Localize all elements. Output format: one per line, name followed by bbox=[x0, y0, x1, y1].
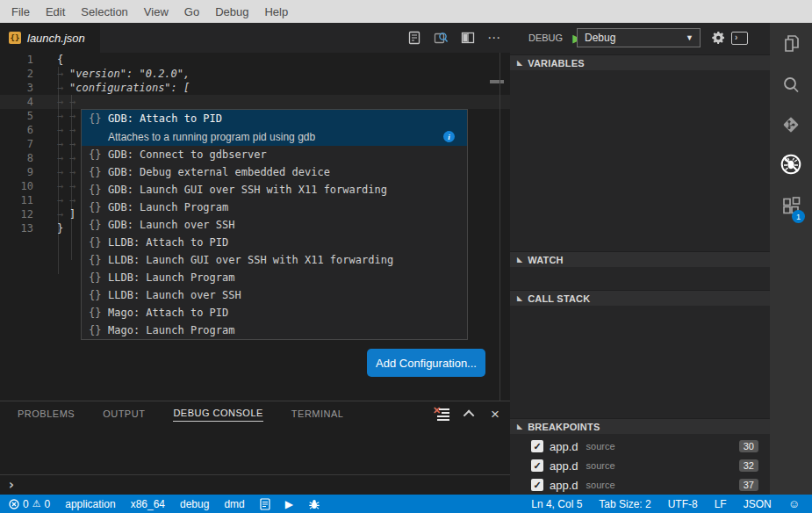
breakpoint-checkbox[interactable]: ✓ bbox=[531, 440, 543, 452]
line-number[interactable]: 9 bbox=[0, 165, 33, 179]
breakpoint-row[interactable]: ✓ app.d source 32 bbox=[510, 456, 770, 475]
encoding-status[interactable]: UTF-8 bbox=[668, 498, 698, 510]
extensions-icon[interactable]: 1 bbox=[770, 186, 812, 225]
line-number[interactable]: 11 bbox=[0, 193, 33, 207]
tab-whitespace-icon: → bbox=[69, 137, 82, 151]
workspace-status[interactable]: application bbox=[65, 498, 115, 510]
editor-line[interactable]: 1 { bbox=[0, 53, 510, 67]
document-icon[interactable] bbox=[260, 498, 270, 510]
build-type-status[interactable]: debug bbox=[180, 498, 209, 510]
tab-whitespace-icon: → bbox=[57, 151, 69, 165]
breakpoint-checkbox[interactable]: ✓ bbox=[531, 479, 543, 491]
eol-status[interactable]: LF bbox=[715, 498, 727, 510]
tab-whitespace-icon: → bbox=[57, 123, 69, 137]
panel-tab-output[interactable]: OUTPUT bbox=[103, 408, 145, 422]
line-number[interactable]: 3 bbox=[0, 81, 33, 95]
tab-whitespace-icon: → bbox=[69, 179, 82, 193]
panel-tab-debug-console[interactable]: DEBUG CONSOLE bbox=[173, 408, 262, 422]
run-icon[interactable]: ▶ bbox=[285, 498, 293, 510]
breakpoint-row[interactable]: ✓ app.d source 37 bbox=[510, 475, 770, 495]
feedback-smiley-icon[interactable]: ☺ bbox=[788, 497, 800, 510]
menu-debug[interactable]: Debug bbox=[207, 3, 256, 21]
suggest-item[interactable]: {}LLDB: Launch over SSH bbox=[82, 286, 467, 304]
open-preview-icon[interactable] bbox=[434, 31, 449, 45]
suggest-item[interactable]: {}Mago: Launch Program bbox=[82, 322, 467, 339]
editor-tab-bar: {} launch.json ⋯ bbox=[0, 23, 510, 53]
snippet-braces-icon: {} bbox=[89, 236, 108, 249]
explorer-icon[interactable] bbox=[770, 25, 812, 63]
debug-console-icon[interactable]: › bbox=[731, 32, 748, 45]
menu-view[interactable]: View bbox=[136, 3, 176, 21]
editor-line-current[interactable]: 4 →→ bbox=[0, 95, 510, 109]
suggest-item[interactable]: {}GDB: Debug external embedded device bbox=[82, 163, 467, 181]
breakpoint-checkbox[interactable]: ✓ bbox=[531, 459, 543, 472]
section-watch[interactable]: ◣ WATCH bbox=[510, 251, 770, 267]
debug-icon-active[interactable] bbox=[770, 145, 812, 184]
line-number[interactable]: 4 bbox=[0, 95, 33, 109]
menu-file[interactable]: File bbox=[4, 3, 38, 21]
suggest-item[interactable]: {}Mago: Attach to PID bbox=[82, 304, 467, 322]
search-icon[interactable] bbox=[770, 66, 812, 105]
line-number[interactable]: 2 bbox=[0, 67, 33, 81]
menu-selection[interactable]: Selection bbox=[73, 3, 135, 21]
arch-status[interactable]: x86_64 bbox=[131, 498, 165, 510]
editor-line[interactable]: 2 →"version": "0.2.0", bbox=[0, 67, 510, 81]
debug-configuration-select[interactable]: Debug ▼ bbox=[577, 28, 701, 47]
console-input-prompt[interactable]: › bbox=[7, 477, 16, 493]
close-panel-icon[interactable]: × bbox=[491, 408, 499, 420]
indentation-status[interactable]: Tab Size: 2 bbox=[599, 498, 650, 510]
tab-whitespace-icon: → bbox=[57, 179, 69, 193]
more-actions-icon[interactable]: ⋯ bbox=[487, 33, 501, 42]
suggest-item[interactable]: {}GDB: Launch over SSH bbox=[82, 216, 467, 234]
clear-console-icon[interactable]: ✕ bbox=[435, 408, 449, 420]
language-mode-status[interactable]: JSON bbox=[744, 498, 772, 510]
suggest-item[interactable]: {}LLDB: Attach to PID bbox=[82, 234, 467, 251]
debug-sidebar: DEBUG ▶ Debug ▼ › ◣ VARIABLES ◣ WATCH ◣ … bbox=[510, 23, 770, 495]
line-number[interactable]: 10 bbox=[0, 179, 33, 193]
cursor-position-status[interactable]: Ln 4, Col 5 bbox=[531, 498, 582, 510]
tab-whitespace-icon: → bbox=[69, 165, 82, 179]
section-breakpoints[interactable]: ◣ BREAKPOINTS bbox=[510, 418, 770, 434]
suggest-item[interactable]: {}GDB: Connect to gdbserver bbox=[82, 146, 467, 163]
compiler-status[interactable]: dmd bbox=[224, 498, 244, 510]
line-number[interactable]: 6 bbox=[0, 123, 33, 137]
info-icon[interactable]: i bbox=[443, 131, 455, 142]
snippet-braces-icon: {} bbox=[89, 271, 108, 284]
section-variables[interactable]: ◣ VARIABLES bbox=[510, 54, 770, 70]
open-launch-settings-icon[interactable] bbox=[407, 31, 421, 45]
configure-gear-icon[interactable] bbox=[711, 31, 725, 45]
warning-icon: ⚠ bbox=[32, 498, 41, 509]
panel-tab-problems[interactable]: PROBLEMS bbox=[18, 408, 75, 422]
line-number[interactable]: 1 bbox=[0, 53, 33, 67]
breakpoint-line-badge: 37 bbox=[739, 479, 758, 491]
maximize-panel-icon[interactable] bbox=[463, 410, 475, 422]
section-call-stack[interactable]: ◣ CALL STACK bbox=[510, 290, 770, 306]
menu-edit[interactable]: Edit bbox=[38, 3, 73, 21]
menu-go[interactable]: Go bbox=[176, 3, 207, 21]
menu-help[interactable]: Help bbox=[256, 3, 296, 21]
line-number[interactable]: 5 bbox=[0, 109, 33, 123]
add-configuration-button[interactable]: Add Configuration... bbox=[367, 349, 485, 377]
editor-line[interactable]: 3 →"configurations": [ bbox=[0, 81, 510, 95]
bug-icon[interactable] bbox=[308, 498, 320, 510]
tab-launch-json[interactable]: {} launch.json bbox=[0, 23, 100, 53]
suggest-item-selected[interactable]: {} GDB: Attach to PID bbox=[82, 110, 467, 127]
snippet-braces-icon: {} bbox=[89, 184, 108, 196]
line-number[interactable]: 8 bbox=[0, 151, 33, 165]
snippet-braces-icon: {} bbox=[89, 289, 108, 301]
line-number[interactable]: 7 bbox=[0, 137, 33, 151]
suggest-item[interactable]: {}GDB: Launch Program bbox=[82, 199, 467, 216]
breakpoint-row[interactable]: ✓ app.d source 30 bbox=[510, 437, 770, 456]
line-number[interactable]: 13 bbox=[0, 221, 33, 235]
tab-whitespace-icon: → bbox=[69, 151, 82, 165]
source-control-icon[interactable] bbox=[770, 105, 812, 144]
editor-scrollbar-gutter[interactable] bbox=[499, 53, 500, 401]
tab-whitespace-icon: → bbox=[69, 95, 82, 109]
problems-status[interactable]: 0 ⚠ 0 bbox=[9, 498, 50, 510]
suggest-item[interactable]: {}GDB: Launch GUI over SSH with X11 forw… bbox=[82, 181, 467, 199]
suggest-item[interactable]: {}LLDB: Launch GUI over SSH with X11 for… bbox=[82, 251, 467, 269]
line-number[interactable]: 12 bbox=[0, 207, 33, 221]
split-editor-icon[interactable] bbox=[461, 31, 475, 45]
suggest-item[interactable]: {}LLDB: Launch Program bbox=[82, 269, 467, 286]
panel-tab-terminal[interactable]: TERMINAL bbox=[291, 408, 344, 422]
